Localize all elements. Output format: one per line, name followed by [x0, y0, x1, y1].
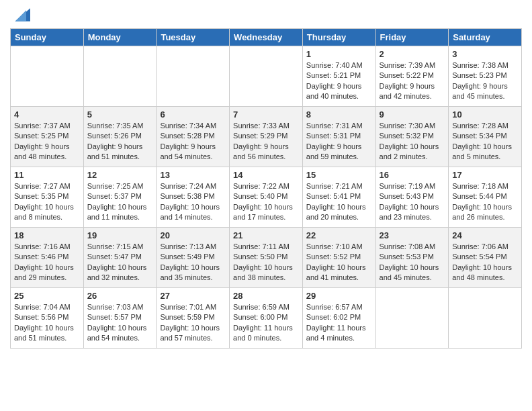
day-info: Sunrise: 7:34 AM Sunset: 5:28 PM Dayligh…	[160, 121, 226, 163]
calendar-cell: 3Sunrise: 7:38 AM Sunset: 5:23 PM Daylig…	[449, 46, 522, 107]
calendar-header-row: SundayMondayTuesdayWednesdayThursdayFrid…	[11, 29, 522, 46]
calendar-cell: 25Sunrise: 7:04 AM Sunset: 5:56 PM Dayli…	[11, 288, 84, 349]
day-info: Sunrise: 6:57 AM Sunset: 6:02 PM Dayligh…	[306, 302, 372, 344]
day-number: 29	[306, 291, 372, 301]
day-info: Sunrise: 7:10 AM Sunset: 5:52 PM Dayligh…	[306, 242, 372, 283]
weekday-header: Tuesday	[157, 29, 230, 46]
day-number: 27	[160, 291, 226, 301]
calendar-cell: 12Sunrise: 7:25 AM Sunset: 5:37 PM Dayli…	[83, 167, 157, 228]
day-info: Sunrise: 7:22 AM Sunset: 5:40 PM Dayligh…	[233, 181, 299, 223]
calendar-week-row: 25Sunrise: 7:04 AM Sunset: 5:56 PM Dayli…	[11, 288, 522, 349]
day-info: Sunrise: 7:24 AM Sunset: 5:38 PM Dayligh…	[160, 181, 226, 223]
day-info: Sunrise: 7:30 AM Sunset: 5:32 PM Dayligh…	[380, 121, 445, 163]
calendar-cell: 6Sunrise: 7:34 AM Sunset: 5:28 PM Daylig…	[157, 107, 230, 167]
day-info: Sunrise: 7:18 AM Sunset: 5:44 PM Dayligh…	[452, 181, 518, 223]
calendar-cell: 8Sunrise: 7:31 AM Sunset: 5:31 PM Daylig…	[302, 107, 375, 167]
day-info: Sunrise: 6:59 AM Sunset: 6:00 PM Dayligh…	[233, 302, 299, 344]
calendar-cell	[11, 46, 84, 107]
day-number: 8	[306, 109, 372, 120]
calendar-cell: 4Sunrise: 7:37 AM Sunset: 5:25 PM Daylig…	[11, 107, 84, 167]
calendar-table: SundayMondayTuesdayWednesdayThursdayFrid…	[10, 28, 522, 349]
day-info: Sunrise: 7:01 AM Sunset: 5:59 PM Dayligh…	[160, 302, 226, 344]
calendar-cell: 15Sunrise: 7:21 AM Sunset: 5:41 PM Dayli…	[302, 167, 375, 228]
day-number: 2	[380, 49, 445, 59]
calendar-cell	[449, 288, 522, 349]
calendar-week-row: 4Sunrise: 7:37 AM Sunset: 5:25 PM Daylig…	[11, 107, 522, 167]
day-number: 12	[87, 170, 153, 180]
calendar-cell: 28Sunrise: 6:59 AM Sunset: 6:00 PM Dayli…	[230, 288, 303, 349]
day-number: 1	[306, 49, 372, 59]
day-info: Sunrise: 7:38 AM Sunset: 5:23 PM Dayligh…	[452, 60, 518, 102]
day-number: 3	[452, 49, 518, 59]
day-number: 9	[380, 109, 445, 120]
calendar-cell: 9Sunrise: 7:30 AM Sunset: 5:32 PM Daylig…	[375, 107, 449, 167]
day-number: 24	[452, 230, 518, 240]
calendar-cell: 16Sunrise: 7:19 AM Sunset: 5:43 PM Dayli…	[375, 167, 449, 228]
day-info: Sunrise: 7:31 AM Sunset: 5:31 PM Dayligh…	[306, 121, 372, 163]
day-info: Sunrise: 7:16 AM Sunset: 5:46 PM Dayligh…	[14, 242, 80, 283]
day-number: 22	[306, 230, 372, 240]
day-info: Sunrise: 7:04 AM Sunset: 5:56 PM Dayligh…	[14, 302, 80, 344]
day-number: 14	[233, 170, 299, 180]
calendar-cell: 23Sunrise: 7:08 AM Sunset: 5:53 PM Dayli…	[375, 228, 449, 288]
calendar-cell: 11Sunrise: 7:27 AM Sunset: 5:35 PM Dayli…	[11, 167, 84, 228]
calendar-cell: 19Sunrise: 7:15 AM Sunset: 5:47 PM Dayli…	[83, 228, 157, 288]
day-number: 5	[87, 109, 153, 120]
calendar-cell: 14Sunrise: 7:22 AM Sunset: 5:40 PM Dayli…	[230, 167, 303, 228]
weekday-header: Monday	[83, 29, 157, 46]
day-info: Sunrise: 7:13 AM Sunset: 5:49 PM Dayligh…	[160, 242, 226, 283]
day-info: Sunrise: 7:15 AM Sunset: 5:47 PM Dayligh…	[87, 242, 153, 283]
calendar-week-row: 18Sunrise: 7:16 AM Sunset: 5:46 PM Dayli…	[11, 228, 522, 288]
day-info: Sunrise: 7:11 AM Sunset: 5:50 PM Dayligh…	[233, 242, 299, 283]
calendar-week-row: 1Sunrise: 7:40 AM Sunset: 5:21 PM Daylig…	[11, 46, 522, 107]
calendar-cell: 17Sunrise: 7:18 AM Sunset: 5:44 PM Dayli…	[449, 167, 522, 228]
calendar-cell: 26Sunrise: 7:03 AM Sunset: 5:57 PM Dayli…	[83, 288, 157, 349]
day-info: Sunrise: 7:28 AM Sunset: 5:34 PM Dayligh…	[452, 121, 518, 163]
calendar-week-row: 11Sunrise: 7:27 AM Sunset: 5:35 PM Dayli…	[11, 167, 522, 228]
day-info: Sunrise: 7:40 AM Sunset: 5:21 PM Dayligh…	[306, 60, 372, 102]
weekday-header: Sunday	[11, 29, 84, 46]
calendar-cell: 21Sunrise: 7:11 AM Sunset: 5:50 PM Dayli…	[230, 228, 303, 288]
day-number: 11	[14, 170, 80, 180]
day-number: 23	[380, 230, 445, 240]
day-number: 21	[233, 230, 299, 240]
day-info: Sunrise: 7:35 AM Sunset: 5:26 PM Dayligh…	[87, 121, 153, 163]
calendar-cell: 2Sunrise: 7:39 AM Sunset: 5:22 PM Daylig…	[375, 46, 449, 107]
calendar-cell	[230, 46, 303, 107]
calendar-cell: 1Sunrise: 7:40 AM Sunset: 5:21 PM Daylig…	[302, 46, 375, 107]
day-number: 28	[233, 291, 299, 301]
calendar-cell: 27Sunrise: 7:01 AM Sunset: 5:59 PM Dayli…	[157, 288, 230, 349]
weekday-header: Friday	[375, 29, 449, 46]
day-number: 13	[160, 170, 226, 180]
day-number: 15	[306, 170, 372, 180]
day-number: 6	[160, 109, 226, 120]
day-info: Sunrise: 7:27 AM Sunset: 5:35 PM Dayligh…	[14, 181, 80, 223]
svg-marker-1	[15, 10, 27, 21]
day-info: Sunrise: 7:39 AM Sunset: 5:22 PM Dayligh…	[380, 60, 445, 102]
day-number: 16	[380, 170, 445, 180]
day-info: Sunrise: 7:37 AM Sunset: 5:25 PM Dayligh…	[14, 121, 80, 163]
weekday-header: Saturday	[449, 29, 522, 46]
day-number: 10	[452, 109, 518, 120]
calendar-cell: 10Sunrise: 7:28 AM Sunset: 5:34 PM Dayli…	[449, 107, 522, 167]
logo-icon	[10, 7, 30, 23]
calendar-cell: 29Sunrise: 6:57 AM Sunset: 6:02 PM Dayli…	[302, 288, 375, 349]
day-number: 17	[452, 170, 518, 180]
day-info: Sunrise: 7:33 AM Sunset: 5:29 PM Dayligh…	[233, 121, 299, 163]
day-number: 25	[14, 291, 80, 301]
day-number: 18	[14, 230, 80, 240]
calendar-cell: 24Sunrise: 7:06 AM Sunset: 5:54 PM Dayli…	[449, 228, 522, 288]
calendar-cell: 18Sunrise: 7:16 AM Sunset: 5:46 PM Dayli…	[11, 228, 84, 288]
day-info: Sunrise: 7:06 AM Sunset: 5:54 PM Dayligh…	[452, 242, 518, 283]
calendar-cell: 13Sunrise: 7:24 AM Sunset: 5:38 PM Dayli…	[157, 167, 230, 228]
day-info: Sunrise: 7:19 AM Sunset: 5:43 PM Dayligh…	[380, 181, 445, 223]
weekday-header: Thursday	[302, 29, 375, 46]
day-number: 20	[160, 230, 226, 240]
calendar-cell	[157, 46, 230, 107]
calendar-cell: 22Sunrise: 7:10 AM Sunset: 5:52 PM Dayli…	[302, 228, 375, 288]
day-info: Sunrise: 7:25 AM Sunset: 5:37 PM Dayligh…	[87, 181, 153, 223]
calendar-cell: 20Sunrise: 7:13 AM Sunset: 5:49 PM Dayli…	[157, 228, 230, 288]
calendar-cell: 5Sunrise: 7:35 AM Sunset: 5:26 PM Daylig…	[83, 107, 157, 167]
day-info: Sunrise: 7:21 AM Sunset: 5:41 PM Dayligh…	[306, 181, 372, 223]
page-header	[10, 7, 522, 23]
